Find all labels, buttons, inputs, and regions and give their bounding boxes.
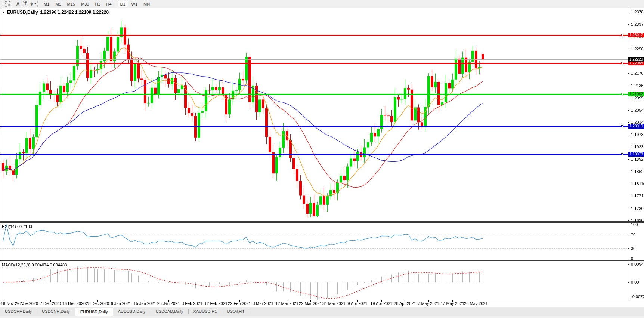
chart-tab-usdchf-daily[interactable]: USDCHF,Daily (0, 308, 37, 315)
date-axis-label: 25 Dec 2020 (86, 301, 109, 306)
dropdown-caret-icon[interactable]: ▾ (34, 2, 36, 6)
price-axis-tick-label: 1.18920 (631, 157, 644, 161)
hline-price-label[interactable]: 1.20010 (628, 124, 644, 129)
price-axis-tick-label: 1.19330 (631, 145, 644, 149)
date-axis-label: 17 May 2021 (440, 301, 464, 306)
timeframe-m5-button[interactable]: M5 (53, 1, 64, 7)
date-axis-label: 31 Mar 2021 (322, 301, 346, 306)
date-axis-label: 27 Nov 2020 (15, 301, 38, 306)
date-axis-label: 22 Feb 2021 (228, 301, 251, 306)
date-axis-label: 26 May 2021 (464, 301, 488, 306)
rsi-indicator-label: RSI(14) 60.7183 (2, 224, 32, 229)
price-axis-tick-label: 1.17300 (631, 206, 644, 211)
rsi-axis-tick-label: 30 (631, 246, 635, 251)
macd-axis-tick-label: 0.009478 (631, 262, 644, 266)
text-label-t-icon[interactable]: T (22, 1, 29, 7)
timeframe-h1-button[interactable]: H1 (92, 1, 103, 7)
chart-tab-eurusd-daily[interactable]: EURUSD,Daily (75, 308, 113, 316)
rsi-axis-tick-label: 0 (631, 256, 633, 261)
timeframe-w1-button[interactable]: W1 (129, 1, 140, 7)
date-axis-label: 7 May 2021 (418, 301, 439, 306)
rsi-axis-tick-label: 100 (631, 222, 638, 227)
date-axis-label: 7 Dec 2020 (40, 301, 61, 306)
timeframe-mn-button[interactable]: MN (141, 1, 152, 7)
collapse-chart-icon[interactable]: ▼ (2, 11, 5, 14)
price-axis-tick-label: 1.21350 (631, 83, 644, 88)
date-axis-label: 28 Apr 2021 (394, 301, 416, 306)
price-axis-tick-label: 1.22560 (631, 47, 644, 51)
toolbar: F A T ❖ ▾ M1 M5 M15 M30 H1 H4 D1 W1 MN (0, 0, 644, 8)
chart-tab-usdcad-daily[interactable]: USDCAD,Daily (151, 308, 188, 315)
price-axis-tick-label: 1.19730 (631, 132, 644, 137)
chart-tab-usoil-h4[interactable]: USOil,H4 (222, 308, 249, 315)
text-a-icon[interactable]: A (14, 1, 22, 7)
price-axis-tick-label: 1.23780 (631, 10, 644, 14)
trading-terminal-window: F A T ❖ ▾ M1 M5 M15 M30 H1 H4 D1 W1 MN ▼… (0, 0, 644, 318)
price-chart-canvas[interactable] (0, 0, 644, 318)
toolbar-separator (116, 1, 116, 7)
macd-axis-tick-label: 0.00 (631, 280, 639, 284)
hline-price-label[interactable]: 1.21062 (628, 92, 644, 96)
macd-axis-tick-label: -0.00777 (631, 294, 644, 299)
tab-divider (249, 309, 249, 314)
toolbar-separator (13, 1, 13, 7)
date-axis-label: 3 Mar 2021 (253, 301, 273, 306)
price-axis-tick-label: 1.17710 (631, 194, 644, 198)
timeframe-d1-button[interactable]: D1 (118, 1, 128, 7)
macd-indicator-label: MACD(12,26,9) 0.004074 0.004483 (2, 263, 67, 267)
toolbar-grip-handle[interactable] (37, 1, 39, 7)
status-strip (0, 316, 644, 318)
date-axis-label: 22 Mar 2021 (299, 301, 322, 306)
date-axis-label: 15 Jan 2021 (134, 301, 157, 306)
chart-tab-usdcnh-daily[interactable]: USDCNH,Daily (37, 308, 75, 315)
rsi-axis-tick-label: 70 (631, 232, 635, 237)
chart-title: ▼ EURUSD,Daily 1.22396 1.22422 1.22109 1… (2, 10, 109, 15)
date-axis-label: 12 Feb 2021 (204, 301, 227, 306)
bid-price-label: 1.22220 (628, 57, 644, 62)
price-axis-tick-label: 1.18520 (631, 169, 644, 174)
symbol-period-label: EURUSD,Daily (7, 10, 38, 15)
date-axis-label: 12 Mar 2021 (275, 301, 298, 306)
date-axis-label: 6 Jan 2021 (111, 301, 131, 306)
timeframe-m30-button[interactable]: M30 (78, 1, 92, 7)
chart-tab-bar: USDCHF,DailyUSDCNH,DailyEURUSD,DailyAUDU… (0, 307, 644, 316)
date-axis-label: 25 Jan 2021 (157, 301, 180, 306)
hline-price-label[interactable]: 1.19078 (628, 152, 644, 157)
shapes-icon[interactable]: ❖ ▾ (29, 1, 37, 7)
price-axis-tick-label: 1.18110 (631, 182, 644, 186)
ohlc-values: 1.22396 1.22422 1.22109 1.22220 (40, 10, 109, 15)
timeframe-h4-button[interactable]: H4 (103, 1, 114, 7)
price-axis-tick-label: 1.23370 (631, 22, 644, 27)
price-axis-tick-label: 1.20540 (631, 108, 644, 112)
date-axis-label: 9 Apr 2021 (347, 301, 367, 306)
timeframe-m15-button[interactable]: M15 (65, 1, 78, 7)
chart-window-grid-f-icon[interactable]: F (4, 1, 12, 7)
hline-price-label[interactable]: 1.23017 (628, 33, 644, 37)
date-axis-label: 19 Apr 2021 (370, 301, 392, 306)
date-axis-label: 16 Dec 2020 (62, 301, 86, 306)
price-axis-tick-label: 1.21760 (631, 71, 644, 75)
chart-tab-audusd-daily[interactable]: AUDUSD,Daily (113, 308, 151, 315)
chart-tab-xauusd-h1[interactable]: XAUUSD,H1 (189, 308, 222, 315)
toolbar-grip-handle[interactable] (1, 1, 3, 7)
date-axis-label: 3 Feb 2021 (182, 301, 202, 306)
timeframe-m1-button[interactable]: M1 (41, 1, 52, 7)
